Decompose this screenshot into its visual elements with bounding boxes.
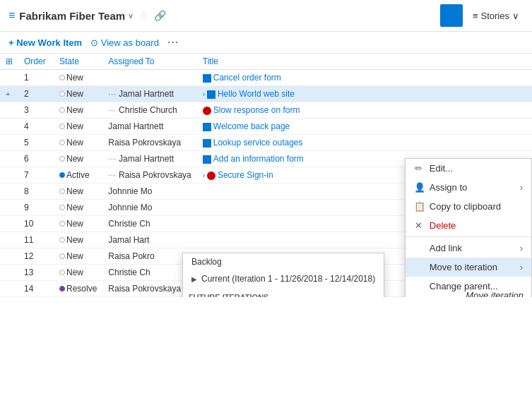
row-expand[interactable] xyxy=(0,248,18,265)
story-icon xyxy=(203,139,211,148)
row-expand[interactable] xyxy=(0,265,18,281)
stories-button[interactable]: ≡ Stories ∨ xyxy=(468,8,524,24)
toolbar: + New Work Item ⊙ View as board ··· xyxy=(0,32,532,54)
state-dot-icon xyxy=(59,124,65,129)
menu-assign-label: Assign to xyxy=(430,182,467,193)
state-text: New xyxy=(66,105,83,115)
row-expand[interactable] xyxy=(0,216,18,232)
menu-move-iteration[interactable]: Move to iteration › xyxy=(406,258,531,277)
submenu-current[interactable]: ▶ Current (Iteration 1 - 11/26/2018 - 12… xyxy=(183,270,384,287)
row-dots-menu[interactable]: ··· xyxy=(108,155,116,163)
story-icon xyxy=(203,155,211,164)
edit-icon: ✏ xyxy=(414,163,424,174)
delete-icon: ✕ xyxy=(414,220,424,231)
menu-add-link[interactable]: Add link › xyxy=(406,239,531,258)
header: ≡ Fabrikam Fiber Team ∨ ☆ 🔗 ≡ Stories ∨ xyxy=(0,0,532,32)
row-expand[interactable] xyxy=(0,184,18,200)
col-state-header: State xyxy=(54,54,102,70)
row-expand[interactable] xyxy=(0,167,18,184)
row-order: 11 xyxy=(18,232,54,248)
row-expand[interactable]: + xyxy=(0,86,18,102)
story-icon xyxy=(203,123,211,131)
state-text: New xyxy=(66,89,83,99)
row-title: Welcome back page xyxy=(197,119,532,135)
state-text: New xyxy=(66,73,83,83)
team-chevron-icon[interactable]: ∨ xyxy=(128,11,134,20)
state-dot-icon xyxy=(59,253,65,259)
row-expand[interactable] xyxy=(0,281,18,297)
title-text[interactable]: Welcome back page xyxy=(213,121,290,131)
story-icon xyxy=(207,90,215,99)
menu-edit[interactable]: ✏ Edit... xyxy=(406,159,531,178)
menu-assign-to[interactable]: 👤 Assign to › xyxy=(406,178,531,197)
title-text[interactable]: Add an information form xyxy=(213,154,304,164)
bug-icon xyxy=(203,107,211,115)
state-dot-icon xyxy=(59,205,65,210)
divider-1 xyxy=(406,236,531,237)
assign-icon: 👤 xyxy=(414,182,424,193)
copy-icon: 📋 xyxy=(414,201,424,212)
title-text[interactable]: Cancel order form xyxy=(213,73,281,83)
row-state: New xyxy=(54,248,102,265)
view-as-board-button[interactable]: ⊙ View as board xyxy=(90,37,159,48)
state-text: Active xyxy=(66,170,90,180)
row-state: New xyxy=(54,216,102,232)
row-assigned: ··· Jamal Hartnett xyxy=(102,86,196,102)
row-assigned: Jamal Hart xyxy=(102,232,196,248)
state-dot-icon xyxy=(59,140,65,145)
row-expand[interactable] xyxy=(0,151,18,167)
row-dots-menu[interactable]: ··· xyxy=(108,90,116,98)
submenu-backlog[interactable]: Backlog xyxy=(183,253,384,270)
col-title-header: Title xyxy=(197,54,532,70)
more-options-button[interactable]: ··· xyxy=(167,36,179,49)
row-state: New xyxy=(54,119,102,135)
table-row[interactable]: 3New··· Christie ChurchSlow response on … xyxy=(0,102,532,119)
menu-icon: ≡ xyxy=(8,9,15,22)
menu-copy[interactable]: 📋 Copy to clipboard xyxy=(406,197,531,216)
current-label: Current (Iteration 1 - 11/26/2018 - 12/1… xyxy=(201,274,375,284)
row-state: New xyxy=(54,102,102,119)
row-dots-menu[interactable]: ··· xyxy=(108,172,116,179)
row-title: › Hello World web site xyxy=(197,86,532,102)
row-order: 3 xyxy=(18,102,54,119)
menu-copy-label: Copy to clipboard xyxy=(430,201,501,212)
sprint-icon: 🔗 xyxy=(154,10,166,21)
row-expand[interactable] xyxy=(0,70,18,86)
row-expand[interactable] xyxy=(0,200,18,216)
title-text[interactable]: Secure Sign-in xyxy=(218,170,273,180)
state-text: Resolve xyxy=(66,284,97,294)
table-row[interactable]: +2New··· Jamal Hartnett› Hello World web… xyxy=(0,86,532,102)
row-order: 8 xyxy=(18,184,54,200)
row-expand[interactable] xyxy=(0,119,18,135)
add-child-icon[interactable]: + xyxy=(6,90,10,98)
row-expand[interactable] xyxy=(0,102,18,119)
menu-edit-label: Edit... xyxy=(430,163,453,174)
col-order-header: Order xyxy=(18,54,54,70)
row-expand[interactable] xyxy=(0,135,18,151)
new-work-item-button[interactable]: + New Work Item xyxy=(8,37,82,48)
assign-arrow-icon: › xyxy=(520,182,523,193)
team-name: Fabrikam Fiber Team xyxy=(19,10,125,22)
menu-delete-label: Delete xyxy=(430,220,456,231)
table-row[interactable]: 1NewCancel order form xyxy=(0,70,532,86)
row-state: New xyxy=(54,70,102,86)
stories-label: Stories xyxy=(481,11,509,21)
state-dot-icon xyxy=(59,270,65,275)
row-order: 9 xyxy=(18,200,54,216)
state-text: New xyxy=(66,121,83,131)
table-row[interactable]: 5NewRaisa PokrovskayaLookup service outa… xyxy=(0,135,532,151)
menu-delete[interactable]: ✕ Delete xyxy=(406,216,531,235)
table-row[interactable]: 4NewJamal HartnettWelcome back page xyxy=(0,119,532,135)
row-state: New xyxy=(54,232,102,248)
state-text: New xyxy=(66,235,83,245)
title-text[interactable]: Hello World web site xyxy=(218,89,295,99)
state-dot-icon xyxy=(59,91,65,97)
favorite-icon[interactable]: ☆ xyxy=(139,10,148,21)
menu-move-iteration-label: Move to iteration xyxy=(430,262,497,272)
title-text[interactable]: Slow response on form xyxy=(213,105,300,115)
expand-icon[interactable]: › xyxy=(203,172,207,179)
row-expand[interactable] xyxy=(0,232,18,248)
state-text: New xyxy=(66,251,83,261)
title-text[interactable]: Lookup service outages xyxy=(213,138,303,148)
row-dots-menu[interactable]: ··· xyxy=(108,107,116,114)
